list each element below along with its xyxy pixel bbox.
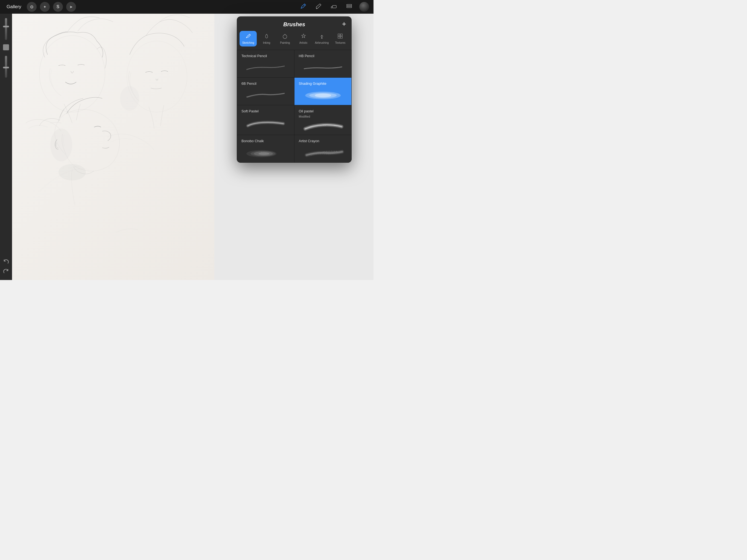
airbrushing-icon — [319, 33, 325, 40]
layers-button[interactable] — [344, 2, 354, 12]
brush-icon — [315, 3, 322, 11]
brush-name: Bonobo Chalk — [241, 139, 290, 143]
tab-airbrushing[interactable]: Airbrushing — [313, 31, 330, 47]
svg-point-22 — [258, 152, 269, 155]
pencil-tool-button[interactable] — [298, 2, 308, 12]
svg-rect-2 — [347, 4, 352, 6]
size-slider[interactable] — [5, 18, 7, 40]
category-tabs: Sketching Inking Painting — [237, 31, 352, 50]
size-slider-container — [0, 18, 12, 40]
pencil-icon — [300, 3, 307, 11]
brush-name: HB Pencil — [299, 54, 347, 58]
opacity-slider[interactable] — [5, 56, 7, 78]
transform-button[interactable]: ➤ — [66, 2, 76, 12]
svg-point-0 — [301, 8, 302, 8]
brush-name: Shading Graphite — [299, 81, 347, 85]
svg-point-9 — [246, 37, 247, 38]
svg-point-27 — [255, 154, 256, 155]
tab-sketching[interactable]: Sketching — [239, 31, 257, 47]
brush-oil-pastel[interactable]: Oil pastel Modified — [294, 105, 352, 135]
soft-pastel-stroke — [241, 115, 290, 132]
artist-crayon-stroke — [299, 145, 347, 160]
svg-rect-1 — [333, 5, 336, 8]
painting-icon — [282, 33, 288, 40]
svg-rect-3 — [347, 6, 352, 8]
eraser-icon — [330, 3, 337, 11]
adjust-icon: ✦ — [43, 5, 47, 9]
transform-icon: ➤ — [70, 5, 73, 9]
brush-technical-pencil[interactable]: Technical Pencil — [237, 50, 294, 77]
svg-point-8 — [120, 86, 139, 111]
opacity-slider-container — [0, 56, 12, 78]
tab-textures-label: Textures — [335, 41, 345, 44]
svg-point-24 — [261, 152, 262, 153]
panel-header: Brushes + — [237, 17, 352, 31]
brush-bonobo-chalk[interactable]: Bonobo Chalk — [237, 135, 294, 162]
svg-point-26 — [269, 153, 270, 153]
brush-grid: Technical Pencil HB Pencil 6B Pencil — [237, 50, 352, 163]
adjust-button[interactable]: ✦ — [40, 2, 50, 12]
tab-textures[interactable]: Textures — [332, 31, 349, 47]
color-swatch[interactable] — [3, 44, 9, 50]
smudge-letter-button[interactable]: S — [53, 2, 63, 12]
sketch-artwork — [12, 14, 214, 280]
svg-point-10 — [283, 35, 287, 39]
svg-rect-15 — [340, 36, 342, 38]
layers-icon — [345, 3, 353, 11]
smudge-tool-button[interactable] — [313, 2, 324, 12]
sketching-icon — [245, 33, 251, 40]
svg-point-23 — [257, 152, 258, 153]
tab-inking-label: Inking — [263, 41, 271, 44]
6b-pencil-stroke — [241, 87, 290, 102]
svg-point-6 — [50, 128, 72, 161]
inking-icon — [264, 33, 269, 40]
hb-pencil-stroke — [299, 59, 347, 75]
left-sidebar — [0, 14, 12, 280]
svg-rect-14 — [338, 36, 340, 38]
redo-button[interactable] — [3, 268, 9, 276]
svg-rect-12 — [338, 34, 340, 36]
toolbar: Gallery ⚙ ✦ S ➤ — [0, 0, 374, 14]
smudge-letter-icon: S — [57, 4, 60, 9]
brush-hb-pencil[interactable]: HB Pencil — [294, 50, 352, 77]
toolbar-right — [298, 2, 369, 12]
wrench-icon: ⚙ — [30, 4, 34, 9]
brush-name: Technical Pencil — [241, 54, 290, 58]
bonobo-chalk-stroke — [241, 145, 290, 160]
svg-point-7 — [58, 164, 86, 180]
eraser-tool-button[interactable] — [329, 2, 339, 12]
brush-name: 6B Pencil — [241, 81, 290, 85]
brush-shading-graphite[interactable]: Shading Graphite — [294, 78, 352, 105]
svg-rect-13 — [340, 34, 342, 36]
brush-name: Soft Pastel — [241, 109, 290, 113]
gallery-button[interactable]: Gallery — [4, 3, 24, 11]
technical-pencil-stroke — [241, 59, 290, 75]
wrench-button[interactable]: ⚙ — [27, 2, 36, 12]
add-brush-button[interactable]: + — [342, 20, 346, 27]
avatar[interactable] — [359, 2, 369, 12]
brush-name: Artist Crayon — [299, 139, 347, 143]
toolbar-left: Gallery ⚙ ✦ S ➤ — [4, 2, 76, 12]
tab-sketching-label: Sketching — [242, 41, 254, 44]
panel-title: Brushes — [283, 21, 305, 28]
shading-graphite-stroke — [299, 87, 347, 102]
artistic-icon — [301, 33, 307, 40]
textures-icon — [337, 33, 343, 40]
tab-painting-label: Painting — [280, 41, 290, 44]
oil-pastel-stroke — [299, 120, 347, 132]
brush-soft-pastel[interactable]: Soft Pastel — [237, 105, 294, 135]
tab-artistic-label: Artistic — [300, 41, 308, 44]
undo-button[interactable] — [3, 259, 9, 266]
svg-point-25 — [265, 153, 266, 154]
brush-6b-pencil[interactable]: 6B Pencil — [237, 78, 294, 105]
brush-artist-crayon[interactable]: Artist Crayon — [294, 135, 352, 162]
tab-artistic[interactable]: Artistic — [295, 31, 312, 47]
tab-painting[interactable]: Painting — [277, 31, 294, 47]
brushes-panel: Brushes + Sketching Inking — [237, 17, 352, 163]
brush-name: Oil pastel — [299, 109, 347, 113]
tab-airbrushing-label: Airbrushing — [315, 41, 329, 44]
brush-sub-modified: Modified — [299, 115, 347, 118]
tab-inking[interactable]: Inking — [258, 31, 275, 47]
